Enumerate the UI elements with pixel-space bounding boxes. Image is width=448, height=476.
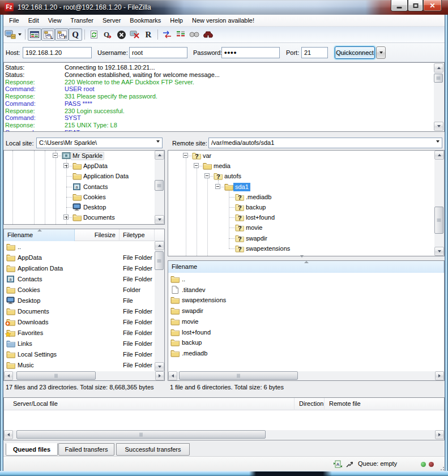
expander-minus-icon[interactable] <box>183 153 188 158</box>
toggle-local-tree-icon[interactable]: L <box>41 28 55 41</box>
menu-help[interactable]: Help <box>165 15 187 25</box>
column-header-filename[interactable]: Filename <box>4 229 75 241</box>
host-input[interactable]: 192.168.1.20 <box>23 47 92 58</box>
expander-minus-icon[interactable] <box>53 153 58 158</box>
tree-label[interactable]: swapextensions <box>244 245 292 253</box>
file-row-contacts[interactable]: aContactsFile Folder <box>4 274 164 285</box>
tree-item-cookies[interactable]: Cookies <box>4 192 164 202</box>
expander-plus-icon[interactable] <box>63 163 69 168</box>
file-row-swapextensions[interactable]: swapextensions <box>168 295 444 306</box>
title-bar[interactable]: Fz 192.168.1.20 - root@192.168.1.20 - Fi… <box>0 0 448 15</box>
site-manager-icon[interactable] <box>3 28 17 41</box>
tree-label[interactable]: .mediadb <box>244 193 273 201</box>
reconnect-icon[interactable]: R <box>142 28 155 41</box>
tree-item-appdata[interactable]: AppData <box>4 161 164 171</box>
file-row-titandev[interactable]: .titandev <box>168 285 444 295</box>
tree-label[interactable]: swapdir <box>244 234 269 243</box>
file-row-downloads[interactable]: DownloadsFile Folder <box>4 317 164 328</box>
vertical-scrollbar[interactable] <box>434 63 443 131</box>
tree-label[interactable]: Documents <box>82 213 117 222</box>
column-header-filesize[interactable]: Filesize <box>75 229 120 241</box>
tab-successful-transfers[interactable]: Successful transfers <box>116 443 190 456</box>
tab-failed-transfers[interactable]: Failed transfers <box>58 443 114 456</box>
tree-label[interactable]: Contacts <box>82 183 109 191</box>
find-icon[interactable] <box>201 28 215 41</box>
local-site-combo[interactable]: C:\Users\Mr Sparkle\ <box>36 138 163 148</box>
file-row-appdata[interactable]: AppDataFile Folder <box>4 252 164 263</box>
menu-new-version-available[interactable]: New version available! <box>187 15 259 25</box>
synchronized-browsing-icon[interactable] <box>160 28 174 41</box>
tree-item-lost-found[interactable]: ?lost+found <box>168 212 444 222</box>
tree-label[interactable]: Mr Sparkle <box>71 152 104 160</box>
file-row-[interactable]: .. <box>168 274 444 285</box>
queue-column-remote-file[interactable]: Remote file <box>325 398 448 410</box>
cancel-icon[interactable] <box>114 28 128 41</box>
horizontal-scrollbar[interactable] <box>4 371 164 380</box>
toggle-log-icon[interactable] <box>28 28 41 41</box>
file-row-documents[interactable]: DocumentsFile Folder <box>4 306 164 317</box>
process-queue-icon[interactable]: Q <box>101 28 114 41</box>
expander-minus-icon[interactable] <box>215 184 220 189</box>
port-input[interactable]: 21 <box>301 47 328 58</box>
tree-item-mr-sparkle[interactable]: Mr Sparkle <box>4 151 164 161</box>
tree-label[interactable]: Cookies <box>82 193 108 201</box>
tree-item-mediadb[interactable]: ?.mediadb <box>168 192 444 202</box>
tree-item-contacts[interactable]: aContacts <box>4 182 164 192</box>
password-input[interactable]: •••• <box>221 47 280 58</box>
refresh-icon[interactable] <box>87 28 101 41</box>
tree-label[interactable]: var <box>201 152 213 160</box>
tree-item-movie[interactable]: ?movie <box>168 222 444 233</box>
file-row-cookies[interactable]: CookiesFolder <box>4 285 164 295</box>
tree-item-autofs[interactable]: ?autofs <box>168 171 444 181</box>
tree-item-var[interactable]: ?var <box>168 151 444 161</box>
horizontal-scrollbar[interactable] <box>4 430 444 439</box>
tree-label[interactable]: Application Data <box>82 172 130 181</box>
vertical-scrollbar[interactable] <box>434 151 444 256</box>
tree-item-documents[interactable]: Documents <box>4 212 164 222</box>
tree-label[interactable]: sda1 <box>233 183 250 191</box>
file-row-music[interactable]: MusicFile Folder <box>4 360 164 371</box>
maximize-button[interactable] <box>408 0 423 11</box>
expander-minus-icon[interactable] <box>194 163 199 168</box>
queue-column-server-local-file[interactable]: Server/Local file <box>8 398 295 410</box>
tree-label[interactable]: movie <box>244 224 264 232</box>
horizontal-scrollbar[interactable] <box>168 371 444 380</box>
file-row-desktop[interactable]: DesktopFile <box>4 295 164 306</box>
toggle-queue-icon[interactable]: Q <box>69 28 82 41</box>
tree-label[interactable]: dvd <box>223 255 236 256</box>
column-header-filetype[interactable]: Filetype <box>120 229 155 241</box>
site-manager-dropdown[interactable] <box>17 28 23 41</box>
file-row-favorites[interactable]: FavoritesFile Folder <box>4 328 164 338</box>
quickconnect-button[interactable]: Quickconnect <box>335 46 375 59</box>
file-row-movie[interactable]: movie <box>168 316 444 327</box>
directory-comparison-icon[interactable] <box>174 28 187 41</box>
tree-item-sda1[interactable]: sda1 <box>168 182 444 192</box>
tree-item-desktop[interactable]: Desktop <box>4 202 164 212</box>
disconnect-icon[interactable] <box>128 28 142 41</box>
tree-item-downloads[interactable]: Downloads <box>4 222 164 225</box>
menu-server[interactable]: Server <box>98 15 125 25</box>
tree-item-swapextensions[interactable]: ?swapextensions <box>168 243 444 254</box>
filter-icon[interactable] <box>187 28 201 41</box>
tab-queued-files[interactable]: Queued files <box>6 443 58 456</box>
username-input[interactable]: root <box>129 47 187 58</box>
file-row-backup[interactable]: backup <box>168 337 444 348</box>
tree-item-dvd[interactable]: ?dvd <box>168 254 444 256</box>
expander-minus-icon[interactable] <box>204 173 210 178</box>
tree-item-media[interactable]: media <box>168 161 444 171</box>
quickconnect-dropdown[interactable] <box>376 46 386 59</box>
tree-label[interactable]: AppData <box>82 162 109 170</box>
file-row-application-data[interactable]: Application DataFile Folder <box>4 263 164 274</box>
column-header-filename[interactable]: Filename <box>168 261 444 273</box>
tree-item-application-data[interactable]: Application Data <box>4 171 164 181</box>
vertical-scrollbar[interactable] <box>155 151 164 224</box>
file-row-links[interactable]: LinksFile Folder <box>4 338 164 349</box>
queue-column-direction[interactable]: Direction <box>295 398 325 410</box>
tree-label[interactable]: autofs <box>223 172 243 181</box>
tree-label[interactable]: media <box>212 162 232 170</box>
close-button[interactable]: ✕ <box>423 0 442 11</box>
menu-transfer[interactable]: Transfer <box>66 15 98 25</box>
tree-label[interactable]: Downloads <box>82 224 116 225</box>
file-row-mediadb[interactable]: .mediadb <box>168 348 444 359</box>
menu-bookmarks[interactable]: Bookmarks <box>125 15 165 25</box>
